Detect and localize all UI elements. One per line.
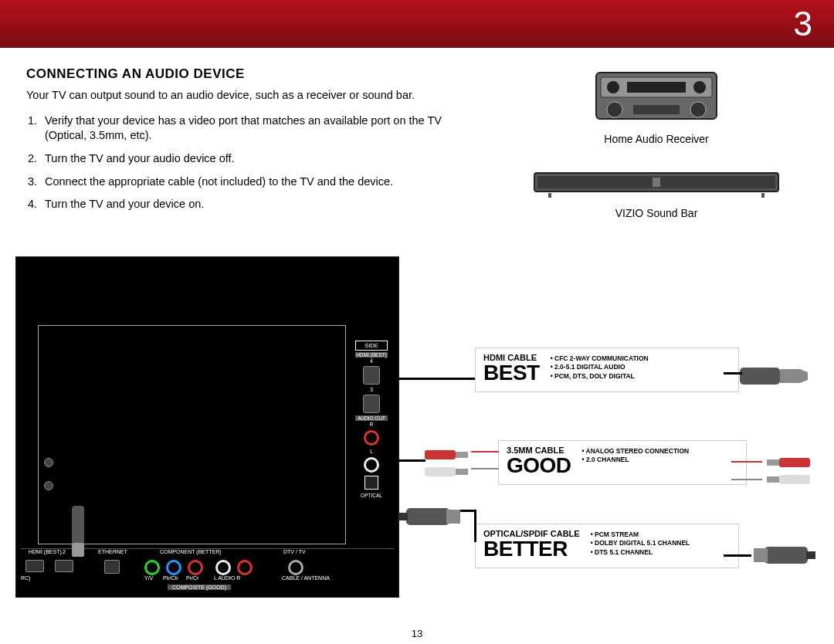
hdmi-callout: HDMI CABLE BEST CFC 2-WAY COMMUNICATION … <box>475 347 739 392</box>
pb-port <box>166 560 181 575</box>
svg-rect-20 <box>456 469 468 475</box>
svg-rect-10 <box>653 178 660 187</box>
composite-label: COMPOSITE (GOOD) <box>168 585 231 590</box>
cable-antenna-label: CABLE / ANTENNA <box>282 575 330 581</box>
svg-rect-16 <box>780 369 800 383</box>
optical-callout: OPTICAL/SPDIF CABLE BETTER PCM STREAM DO… <box>475 524 739 568</box>
wire-line <box>388 459 425 462</box>
feature-item: 2.0 CHANNEL <box>582 456 690 464</box>
svg-rect-21 <box>779 458 810 467</box>
optical-rating: BETTER <box>483 537 580 561</box>
step-item: Turn the TV and your audio device off. <box>40 151 473 167</box>
wire-line <box>388 378 475 380</box>
svg-rect-18 <box>456 452 468 458</box>
optical-plug-left-icon <box>398 502 465 533</box>
hdmi-connector-icon <box>740 358 809 389</box>
svg-rect-24 <box>767 476 779 483</box>
audio-out-label: AUDIO OUT <box>355 415 388 421</box>
svg-rect-4 <box>627 82 686 93</box>
arc-label: RC) <box>21 575 30 581</box>
svg-rect-12 <box>761 193 764 198</box>
svg-rect-28 <box>764 547 808 564</box>
optical-plug-right-icon <box>751 541 817 571</box>
coax-port <box>288 560 303 575</box>
feature-item: DTS 5.1 CHANNEL <box>591 548 690 557</box>
svg-rect-19 <box>425 467 456 476</box>
feature-item: DOLBY DIGITAL 5.1 CHANNEL <box>591 539 690 547</box>
feature-item: CFC 2-WAY COMMUNICATION <box>551 354 649 363</box>
hdmi-plug-icon <box>63 506 121 591</box>
hdmi-features: CFC 2-WAY COMMUNICATION 2.0-5.1 DIGITAL … <box>551 354 649 385</box>
step-item: Turn the TV and your device on. <box>40 197 473 212</box>
optical-port <box>364 476 378 490</box>
yv-label: Y/V <box>144 575 153 581</box>
svg-point-6 <box>690 102 706 117</box>
audio-r-port <box>237 560 253 575</box>
hdmi-port-4 <box>363 366 380 385</box>
svg-rect-17 <box>425 450 456 459</box>
pb-label: Pb/Cb <box>163 575 178 581</box>
optical-features: PCM STREAM DOLBY DIGITAL 5.1 CHANNEL DTS… <box>591 530 690 561</box>
svg-point-2 <box>607 81 619 93</box>
receiver-icon <box>595 71 718 124</box>
page-number: 13 <box>0 628 834 639</box>
soundbar-icon <box>533 168 780 199</box>
svg-rect-7 <box>633 105 680 114</box>
feature-item: 2.0-5.1 DIGITAL AUDIO <box>551 363 649 371</box>
chapter-number: 3 <box>794 5 812 43</box>
receiver-label: Home Audio Receiver <box>533 133 780 145</box>
wire-line <box>471 451 499 452</box>
connection-diagram: SIDE HDMI (BEST) 4 3 AUDIO OUT R L OPTIC… <box>15 256 819 604</box>
svg-rect-27 <box>398 513 408 520</box>
component-label: COMPONENT (BETTER) <box>160 549 222 554</box>
svg-rect-13 <box>72 506 84 544</box>
laudio-label: L AUDIO R <box>214 575 240 581</box>
step-item: Verify that your device has a video port… <box>40 114 473 144</box>
steps-list: Verify that your device has a video port… <box>40 114 473 212</box>
port-l-label: L <box>355 449 388 454</box>
svg-point-5 <box>607 102 622 117</box>
svg-rect-22 <box>767 459 779 466</box>
port-4-label: 4 <box>355 358 388 364</box>
svg-rect-25 <box>406 508 449 525</box>
svg-rect-14 <box>72 543 84 557</box>
soundbar-label: VIZIO Sound Bar <box>533 207 780 219</box>
feature-item: PCM, DTS, DOLY DIGITAL <box>551 372 649 381</box>
wire-line <box>731 479 762 480</box>
svg-rect-26 <box>446 510 460 524</box>
port-3-label: 3 <box>355 387 388 392</box>
page-content: CONNECTING AN AUDIO DEVICE Your TV can o… <box>0 48 834 212</box>
aux-features: ANALOG STEREO CONNECTION 2.0 CHANNEL <box>582 447 690 478</box>
rca-plugs-right-icon <box>761 453 815 492</box>
tv-back-panel: SIDE HDMI (BEST) 4 3 AUDIO OUT R L OPTIC… <box>15 256 399 598</box>
hdmi-best-bottom-label: HDMI (BEST) <box>29 549 62 554</box>
audio-l-port <box>215 560 231 575</box>
wire-line <box>460 510 476 512</box>
port-r-label: R <box>355 422 388 427</box>
dtv-label: DTV / TV <box>283 549 306 554</box>
device-illustrations: Home Audio Receiver VIZIO Sound Bar <box>533 71 780 219</box>
step-item: Connect the appropriate cable (not inclu… <box>40 175 473 190</box>
svg-rect-30 <box>806 551 815 559</box>
wire-line <box>724 554 751 557</box>
pr-port <box>188 560 203 575</box>
screw-icon <box>44 458 53 467</box>
svg-rect-15 <box>740 368 780 385</box>
svg-point-3 <box>693 81 706 93</box>
optical-label: OPTICAL <box>355 493 388 498</box>
wire-line <box>471 468 499 469</box>
section-intro: Your TV can output sound to an audio dev… <box>26 88 459 103</box>
wire-line <box>724 372 742 375</box>
wire-line <box>474 510 476 542</box>
y-port <box>144 560 160 575</box>
feature-item: PCM STREAM <box>591 530 690 539</box>
hdmi-port-3 <box>363 395 380 413</box>
hdmi-rating: BEST <box>483 361 540 385</box>
wire-line <box>731 461 762 463</box>
side-port-panel: SIDE HDMI (BEST) 4 3 AUDIO OUT R L OPTIC… <box>355 341 388 499</box>
pr-label: Pr/Cr <box>186 575 198 581</box>
svg-rect-29 <box>754 548 768 562</box>
side-label: SIDE <box>355 341 388 351</box>
aux-rating: GOOD <box>507 453 571 478</box>
hdmi-best-label: HDMI (BEST) <box>355 352 388 358</box>
